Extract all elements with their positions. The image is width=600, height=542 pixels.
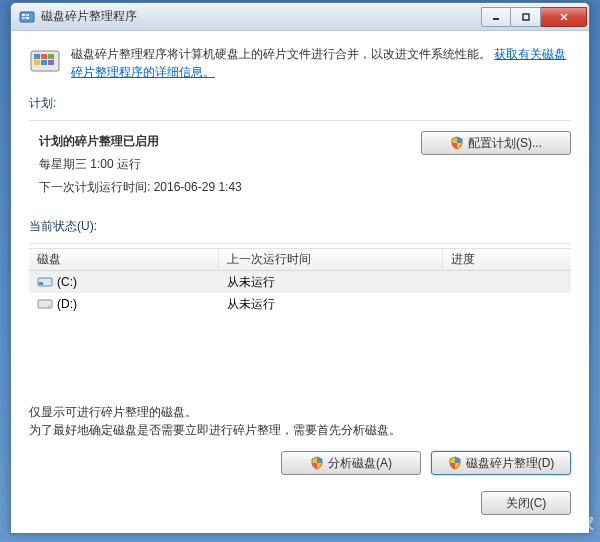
close-dialog-button[interactable]: 关闭(C) [481,491,571,515]
col-header-last-run[interactable]: 上一次运行时间 [219,249,443,270]
schedule-box: 计划的碎片整理已启用 每星期三 1:00 运行 下一次计划运行时间: 2016-… [29,127,571,208]
configure-schedule-label: 配置计划(S)... [468,135,542,152]
schedule-next-run: 下一次计划运行时间: 2016-06-29 1:43 [39,179,409,196]
info-banner: 磁盘碎片整理程序将计算机硬盘上的碎片文件进行合并，以改进文件系统性能。 获取有关… [11,31,589,91]
analyze-disk-button[interactable]: 分析磁盘(A) [281,451,421,475]
svg-rect-15 [48,60,54,65]
svg-rect-13 [34,60,40,65]
last-run-cell: 从未运行 [219,296,443,313]
shield-icon [310,456,324,470]
configure-schedule-button[interactable]: 配置计划(S)... [421,131,571,155]
col-header-disk[interactable]: 磁盘 [29,249,219,270]
window-title: 磁盘碎片整理程序 [41,8,481,25]
system-disk-icon [37,276,53,288]
note-line-2: 为了最好地确定磁盘是否需要立即进行碎片整理，需要首先分析磁盘。 [29,421,571,439]
defrag-window: 磁盘碎片整理程序 [10,2,590,534]
divider [29,120,571,121]
footer: 关闭(C) [11,475,589,527]
shield-icon [448,456,462,470]
svg-rect-1 [22,14,25,16]
table-row[interactable]: (C:) 从未运行 [29,271,571,293]
status-section-label: 当前状态(U): [11,214,589,237]
divider [29,243,571,244]
table-row[interactable]: (D:) 从未运行 [29,293,571,315]
svg-rect-12 [48,54,54,59]
titlebar[interactable]: 磁盘碎片整理程序 [11,3,589,31]
svg-rect-4 [26,17,29,19]
last-run-cell: 从未运行 [219,274,443,291]
maximize-button[interactable] [511,7,541,27]
local-disk-icon [37,298,53,310]
svg-rect-3 [22,17,25,19]
svg-rect-6 [523,14,529,20]
table-header: 磁盘 上一次运行时间 进度 [29,249,571,271]
disk-table: 磁盘 上一次运行时间 进度 (C:) 从未运行 [29,248,571,391]
disk-label: (C:) [57,275,77,289]
app-icon [19,9,35,25]
defragment-disk-button[interactable]: 磁盘碎片整理(D) [431,451,571,475]
svg-point-19 [48,305,50,307]
disk-label: (D:) [57,297,77,311]
note-line-1: 仅显示可进行碎片整理的磁盘。 [29,403,571,421]
defragment-disk-label: 磁盘碎片整理(D) [466,455,555,472]
info-text: 磁盘碎片整理程序将计算机硬盘上的碎片文件进行合并，以改进文件系统性能。 获取有关… [71,45,571,81]
minimize-button[interactable] [481,7,511,27]
svg-rect-11 [41,54,47,59]
info-description: 磁盘碎片整理程序将计算机硬盘上的碎片文件进行合并，以改进文件系统性能。 [71,47,491,61]
analyze-disk-label: 分析磁盘(A) [328,455,392,472]
svg-rect-18 [38,300,52,308]
action-bar: 分析磁盘(A) 磁盘碎片整理(D) [11,439,589,475]
svg-rect-2 [26,14,29,16]
shield-icon [450,136,464,150]
svg-rect-14 [41,60,47,65]
col-header-progress[interactable]: 进度 [443,249,571,270]
defrag-icon [29,45,61,77]
schedule-info: 计划的碎片整理已启用 每星期三 1:00 运行 下一次计划运行时间: 2016-… [29,127,409,208]
svg-rect-17 [39,282,43,285]
schedule-section-label: 计划: [11,91,589,114]
close-dialog-label: 关闭(C) [506,495,547,512]
schedule-frequency: 每星期三 1:00 运行 [39,156,409,173]
svg-rect-10 [34,54,40,59]
close-button[interactable] [541,7,587,27]
window-controls [481,7,587,27]
content-area: 磁盘碎片整理程序将计算机硬盘上的碎片文件进行合并，以改进文件系统性能。 获取有关… [11,31,589,533]
schedule-title: 计划的碎片整理已启用 [39,133,409,150]
notes: 仅显示可进行碎片整理的磁盘。 为了最好地确定磁盘是否需要立即进行碎片整理，需要首… [29,403,571,439]
table-body: (C:) 从未运行 (D:) 从 [29,271,571,391]
